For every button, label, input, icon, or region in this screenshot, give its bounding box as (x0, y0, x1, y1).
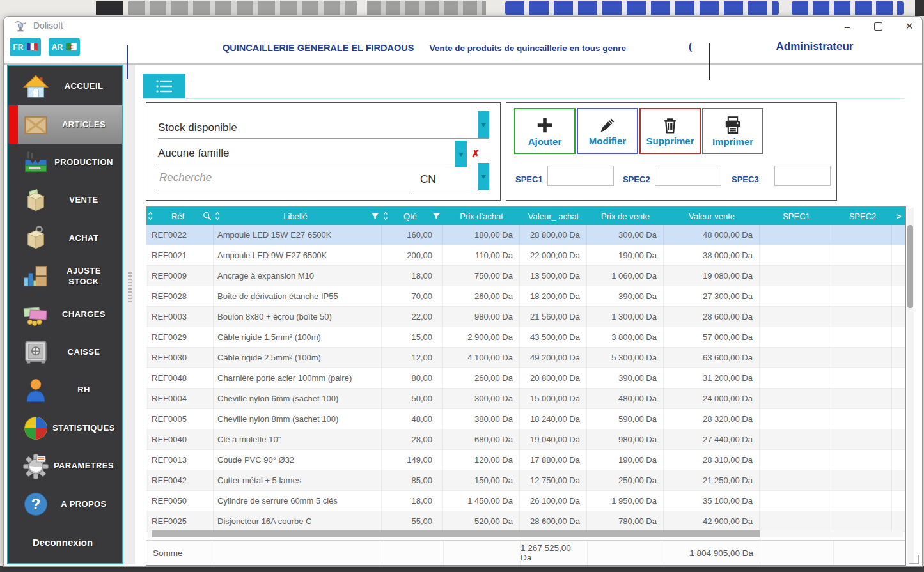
sort-icon[interactable] (383, 211, 388, 221)
table-row[interactable]: REF0022Ampoule LED 15W E27 6500K160,0018… (146, 225, 905, 245)
famille-filter-value[interactable]: Aucune famille (158, 147, 230, 160)
table-row[interactable]: REF0013Coude PVC 90° Ø32149,00120,00 Da1… (146, 450, 905, 470)
column-header-label: Prix d'achat (443, 212, 520, 221)
stock-filter-dropdown-button[interactable] (478, 111, 489, 138)
search-input[interactable] (158, 171, 411, 185)
sidebar-item-charges[interactable]: CHARGES (8, 295, 122, 333)
cell-qte: 160,00 (382, 225, 443, 245)
sidebar-item-rh[interactable]: RH (8, 371, 122, 409)
screen: { "window": { "title": "Dolisoft", "cont… (0, 0, 924, 572)
table-row[interactable]: REF0030Câble rigide 2.5mm² (100m)12,004 … (146, 348, 905, 368)
table-row[interactable]: REF0004Cheville nylon 6mm (sachet 100)50… (146, 389, 905, 409)
horizontal-scrollbar-thumb[interactable] (152, 530, 760, 537)
app-logo-icon (13, 19, 27, 33)
table-row[interactable]: REF0009Ancrage à expansion M1018,00750,0… (146, 266, 905, 286)
column-header-spec2[interactable]: SPEC2 (833, 207, 892, 225)
edit-button[interactable]: Modifier (577, 108, 638, 154)
search-mode-dropdown-button[interactable] (478, 163, 489, 190)
cell-libelle: Cheville nylon 8mm (sachet 100) (214, 409, 382, 429)
sidebar-item-deconnexion[interactable]: Deconnexion (8, 523, 122, 561)
sum-empty-cell (760, 541, 833, 565)
sidebar-item-statistiques[interactable]: STATISTIQUES (8, 410, 122, 447)
close-button[interactable]: ✕ (904, 20, 914, 32)
cell-libelle: Cheville nylon 6mm (sachet 100) (214, 389, 382, 408)
cell-spec2 (833, 368, 892, 388)
vertical-scrollbar-thumb[interactable] (907, 225, 913, 308)
print-button[interactable]: Imprimer (702, 108, 763, 154)
window-resize-grip[interactable] (909, 555, 919, 564)
cell-prix_vente: 3 800,00 Da (587, 327, 664, 347)
splitter-handle[interactable] (128, 272, 132, 303)
cell-prix_vente: 190,00 Da (587, 245, 664, 265)
scroll-right-chevron-icon[interactable]: > (892, 207, 905, 225)
cell-valeur_vente: 28 310,00 Da (664, 450, 760, 470)
famille-filter-dropdown-button[interactable] (455, 141, 467, 167)
sidebar-item-parametres[interactable]: PARAMETRES (8, 447, 122, 485)
home-icon (21, 72, 51, 102)
sidebar-item-production[interactable]: PRODUCTION (8, 144, 122, 182)
list-tab-button[interactable] (143, 74, 185, 98)
column-header-prix_achat[interactable]: Prix d'achat (443, 207, 520, 225)
cell-ref: REF0003 (146, 307, 214, 327)
cell-spec2 (833, 266, 892, 286)
title-bar[interactable]: Dolisoft – ✕ (4, 17, 922, 36)
spec3-input[interactable] (774, 166, 831, 186)
search-icon[interactable] (203, 212, 212, 220)
sort-icon[interactable] (148, 211, 153, 221)
search-mode-value[interactable]: CN (420, 173, 436, 186)
sidebar-item-accueil[interactable]: ACCUEIL (8, 68, 122, 105)
column-header-prix_vente[interactable]: Prix de vente (587, 207, 664, 225)
cell-spec1 (760, 245, 833, 265)
minimize-button[interactable]: – (842, 21, 852, 32)
table-row[interactable]: REF0042Cutter métal + 5 lames85,00150,00… (146, 470, 905, 491)
column-header-valeur_vente[interactable]: Valeur vente (664, 207, 760, 225)
sidebar-item-caisse[interactable]: CAISSE (8, 334, 122, 371)
spec2-input[interactable] (655, 166, 721, 186)
cell-prix_vente: 390,00 Da (587, 286, 664, 306)
table-row[interactable]: REF0025Disjoncteur 16A courbe C55,00520,… (146, 511, 905, 532)
table-row[interactable]: REF0003Boulon 8x80 + écrou (boîte 50)22,… (146, 307, 905, 327)
add-button[interactable]: Ajouter (514, 108, 576, 154)
company-name: QUINCAILLERIE GENERALE EL FIRDAOUS (223, 43, 414, 53)
sidebar-item-ajuste-stock[interactable]: AJUSTE STOCK (8, 258, 122, 295)
language-fr-button[interactable]: FR (10, 38, 41, 56)
column-header-qte[interactable]: Qté (382, 207, 443, 225)
cell-ref: REF0004 (146, 389, 214, 408)
column-header-label: Libellé (220, 212, 371, 221)
vertical-scrollbar-track[interactable] (907, 208, 914, 563)
column-header-libelle[interactable]: Libellé (214, 207, 382, 225)
sidebar-item-a-propos[interactable]: ?A PROPOS (8, 485, 122, 523)
sidebar-item-articles[interactable]: ARTICLES (8, 105, 122, 143)
maximize-button[interactable] (874, 22, 882, 31)
delete-button[interactable]: Supprimer (639, 108, 701, 154)
search-underline (158, 190, 412, 190)
printer-icon (723, 115, 743, 135)
spec1-input[interactable] (547, 166, 614, 186)
cell-ref: REF0050 (146, 491, 214, 511)
cell-qte: 200,00 (382, 245, 443, 265)
column-header-spec1[interactable]: SPEC1 (760, 207, 833, 225)
cell-filler (892, 429, 905, 449)
table-row[interactable]: REF0029Câble rigide 1.5mm² (100m)15,002 … (146, 327, 905, 348)
background-blur-text-blue (505, 1, 779, 15)
sidebar-item-label: STATISTIQUES (51, 423, 122, 434)
table-row[interactable]: REF0005Cheville nylon 8mm (sachet 100)48… (146, 409, 905, 429)
sort-icon[interactable] (215, 211, 220, 221)
clear-famille-icon[interactable]: ✗ (471, 149, 480, 159)
sidebar-item-label: AJUSTE STOCK (51, 266, 122, 288)
table-row[interactable]: REF0050Cylindre de serrure 60mm 5 clés18… (146, 491, 905, 511)
column-header-ref[interactable]: Réf (146, 207, 214, 225)
sidebar-item-achat[interactable]: ACHAT (8, 220, 122, 258)
table-row[interactable]: REF0040Clé à molette 10"28,00680,00 Da19… (146, 429, 905, 450)
table-row[interactable]: REF0021Ampoule LED 9W E27 6500K200,00110… (146, 245, 905, 266)
language-ar-button[interactable]: AR (49, 38, 80, 56)
column-header-valeur_achat[interactable]: Valeur_ achat (520, 207, 587, 225)
table-row[interactable]: REF0028Boîte de dérivation étanche IP557… (146, 286, 905, 307)
stock-filter-value[interactable]: Stock disponible (158, 121, 237, 134)
cell-prix_achat: 300,00 Da (443, 389, 520, 408)
filter-funnel-icon[interactable] (432, 212, 441, 220)
sidebar-item-vente[interactable]: VENTE (8, 182, 122, 219)
table-row[interactable]: REF0048Charnière porte acier 100mm (pair… (146, 368, 905, 389)
cell-spec2 (833, 511, 892, 531)
filter-funnel-icon[interactable] (371, 212, 379, 220)
